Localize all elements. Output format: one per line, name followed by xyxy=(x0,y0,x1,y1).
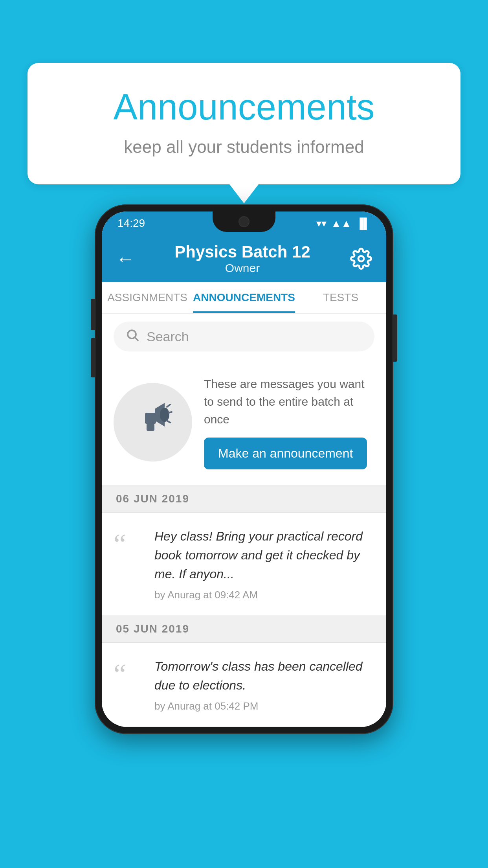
speech-bubble-card: Announcements keep all your students inf… xyxy=(28,63,460,184)
app-bar: ← Physics Batch 12 Owner xyxy=(102,235,386,282)
search-placeholder: Search xyxy=(147,329,189,344)
search-bar-container: Search xyxy=(102,314,386,359)
app-bar-subtitle: Owner xyxy=(174,261,310,275)
tab-bar: ASSIGNMENTS ANNOUNCEMENTS TESTS xyxy=(102,282,386,314)
phone-mockup: 14:29 ▾▾ ▲▲ ▐▌ ← Physics Batch 12 Owner xyxy=(95,204,393,734)
svg-point-6 xyxy=(160,408,169,422)
svg-line-2 xyxy=(135,337,138,340)
svg-line-9 xyxy=(167,421,170,423)
phone-screen: 14:29 ▾▾ ▲▲ ▐▌ ← Physics Batch 12 Owner xyxy=(102,211,386,727)
announcement-meta-1: by Anurag at 09:42 AM xyxy=(154,589,374,601)
announcement-promo: These are messages you want to send to t… xyxy=(102,359,386,485)
announcement-item-1[interactable]: “ Hey class! Bring your practical record… xyxy=(102,513,386,616)
svg-rect-5 xyxy=(147,424,154,431)
power-button xyxy=(393,314,397,362)
battery-icon: ▐▌ xyxy=(356,217,371,230)
promo-icon-circle xyxy=(114,383,192,462)
search-icon xyxy=(125,328,139,346)
megaphone-icon xyxy=(133,399,172,446)
promo-description: These are messages you want to send to t… xyxy=(204,375,374,428)
tab-assignments[interactable]: ASSIGNMENTS xyxy=(102,282,193,313)
announcement-content-2: Tomorrow's class has been cancelled due … xyxy=(154,657,374,712)
settings-icon[interactable] xyxy=(350,248,372,270)
promo-content: These are messages you want to send to t… xyxy=(204,375,374,469)
status-time: 14:29 xyxy=(117,217,145,230)
phone-notch xyxy=(213,211,275,232)
bubble-subtitle: keep all your students informed xyxy=(47,137,441,157)
svg-line-8 xyxy=(169,412,172,413)
announcement-item-2[interactable]: “ Tomorrow's class has been cancelled du… xyxy=(102,643,386,727)
announcement-text-1: Hey class! Bring your practical record b… xyxy=(154,527,374,583)
make-announcement-button[interactable]: Make an announcement xyxy=(204,438,367,469)
quote-icon-2: “ xyxy=(114,660,145,688)
svg-rect-4 xyxy=(145,413,156,424)
bubble-title: Announcements xyxy=(47,86,441,128)
volume-up-button xyxy=(91,299,95,330)
announcement-meta-2: by Anurag at 05:42 PM xyxy=(154,700,374,712)
quote-icon-1: “ xyxy=(114,530,145,558)
svg-point-1 xyxy=(128,330,136,338)
tab-announcements[interactable]: ANNOUNCEMENTS xyxy=(193,282,295,313)
announcement-content-1: Hey class! Bring your practical record b… xyxy=(154,527,374,601)
phone-outer: 14:29 ▾▾ ▲▲ ▐▌ ← Physics Batch 12 Owner xyxy=(95,204,393,734)
app-bar-title-group: Physics Batch 12 Owner xyxy=(174,243,310,275)
svg-point-0 xyxy=(358,256,364,261)
volume-down-button xyxy=(91,338,95,377)
back-button[interactable]: ← xyxy=(116,248,135,270)
announcement-text-2: Tomorrow's class has been cancelled due … xyxy=(154,657,374,695)
date-divider-2: 05 JUN 2019 xyxy=(102,616,386,643)
search-bar[interactable]: Search xyxy=(114,322,374,351)
status-icons: ▾▾ ▲▲ ▐▌ xyxy=(316,217,371,230)
app-bar-title: Physics Batch 12 xyxy=(174,243,310,261)
date-divider-1: 06 JUN 2019 xyxy=(102,485,386,513)
phone-camera xyxy=(238,216,250,227)
svg-line-7 xyxy=(167,405,170,407)
signal-icon: ▲▲ xyxy=(331,217,351,230)
wifi-icon: ▾▾ xyxy=(316,217,327,230)
tab-tests[interactable]: TESTS xyxy=(295,282,386,313)
